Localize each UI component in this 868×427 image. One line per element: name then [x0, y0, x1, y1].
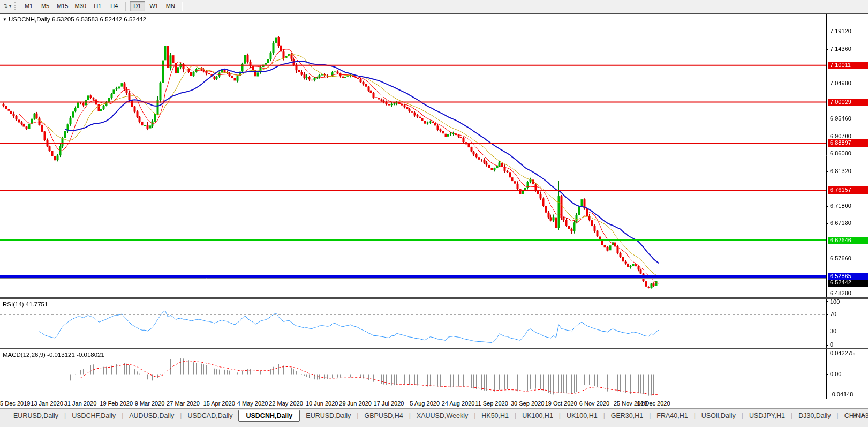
- chart-tab-ger30-h1[interactable]: GER30,H1: [605, 410, 649, 421]
- tab-scroll-left-icon[interactable]: ◄: [852, 410, 858, 420]
- macd-indicator-label: MACD(12,26,9) -0.013121 -0.018021: [3, 351, 104, 358]
- toolbar-separator: [125, 2, 126, 11]
- date-label: 13 Jan 2020: [31, 400, 63, 407]
- date-label: 29 Jun 2020: [339, 400, 372, 407]
- rsi-canvas[interactable]: [0, 299, 868, 348]
- timeframe-buttons: M1M5M15M30H1H4D1W1MN: [20, 1, 185, 11]
- toolbar-separator: [182, 2, 183, 11]
- chart-tab-dj30-daily[interactable]: DJ30,Daily: [792, 410, 836, 421]
- timeframe-button-M5[interactable]: M5: [37, 1, 53, 11]
- date-label: 19 Feb 2020: [100, 400, 133, 407]
- date-label: 10 Jun 2020: [306, 400, 338, 407]
- timeframe-toolbar: ↴ ▾ M1M5M15M30H1H4D1W1MN: [0, 0, 868, 12]
- main-chart-canvas[interactable]: [0, 14, 868, 297]
- macd-canvas[interactable]: [0, 349, 868, 399]
- window-bottom-strip: [0, 423, 868, 427]
- date-label: 25 Dec 2019: [0, 400, 30, 407]
- timeframe-button-D1[interactable]: D1: [130, 1, 145, 11]
- rsi-indicator-pane: RSI(14) 41.7751: [0, 298, 868, 349]
- chart-tab-gbpusd-h4[interactable]: GBPUSD,H4: [358, 410, 409, 421]
- toolbar-grip[interactable]: [14, 2, 17, 10]
- date-label: 5 Aug 2020: [410, 400, 440, 407]
- rsi-indicator-label: RSI(14) 41.7751: [3, 301, 48, 308]
- date-label: 15 Apr 2020: [203, 400, 235, 407]
- macd-indicator-pane: MACD(12,26,9) -0.013121 -0.018021: [0, 349, 868, 399]
- chart-tab-eurusd-daily[interactable]: EURUSD,Daily: [7, 410, 64, 421]
- tab-scroll-right-icon[interactable]: ►: [861, 410, 866, 420]
- timeframe-button-W1[interactable]: W1: [146, 1, 162, 11]
- chart-tab-bar: EURUSD,Daily|USDCHF,Daily|AUDUSD,Daily|U…: [0, 408, 868, 423]
- chart-tab-fra40-h1[interactable]: FRA40,H1: [651, 410, 693, 421]
- date-label: 17 Jul 2020: [374, 400, 404, 407]
- chart-ohlc-values: 6.53205 6.53583 6.52442 6.52442: [52, 16, 146, 23]
- date-label: 9 Mar 2020: [135, 400, 165, 407]
- date-label: 30 Sep 2020: [511, 400, 544, 407]
- chart-tool-icon[interactable]: ↴: [0, 1, 9, 11]
- tab-scroll-controls: ◄ ►: [852, 410, 866, 420]
- timeframe-button-H4[interactable]: H4: [107, 1, 122, 11]
- chevron-down-icon[interactable]: ▾: [9, 4, 13, 9]
- chart-symbol-period: USDCNH,Daily: [9, 16, 50, 23]
- timeframe-button-MN[interactable]: MN: [163, 1, 178, 11]
- date-label: 24 Aug 2020: [442, 400, 475, 407]
- chart-tab-xauusd-weekly[interactable]: XAUUSD,Weekly: [411, 410, 474, 421]
- date-label: 11 Sep 2020: [475, 400, 508, 407]
- date-label: 31 Jan 2020: [64, 400, 97, 407]
- chart-tab-uk100-h1[interactable]: UK100,H1: [561, 410, 603, 421]
- chart-tab-audusd-daily[interactable]: AUDUSD,Daily: [123, 410, 180, 421]
- chart-tab-usdchf-daily[interactable]: USDCHF,Daily: [66, 410, 122, 421]
- timeframe-button-H1[interactable]: H1: [90, 1, 105, 11]
- timeframe-button-M1[interactable]: M1: [21, 1, 36, 11]
- chart-tab-usoil-daily[interactable]: USOil,Daily: [696, 410, 742, 421]
- date-axis: 25 Dec 201913 Jan 202031 Jan 202019 Feb …: [0, 399, 868, 408]
- chart-tab-usdcad-daily[interactable]: USDCAD,Daily: [182, 410, 238, 421]
- date-label: 27 Mar 2020: [167, 400, 200, 407]
- date-label: 4 May 2020: [237, 400, 268, 407]
- date-label: 6 Nov 2020: [579, 400, 609, 407]
- date-label: 22 May 2020: [269, 400, 303, 407]
- timeframe-button-M15[interactable]: M15: [54, 1, 71, 11]
- date-label: 19 Oct 2020: [545, 400, 577, 407]
- chart-tab-hk50-h1[interactable]: HK50,H1: [475, 410, 515, 421]
- main-chart-pane: ▼USDCNH,Daily 6.53205 6.53583 6.52442 6.…: [0, 13, 868, 298]
- chart-title: ▼USDCNH,Daily 6.53205 6.53583 6.52442 6.…: [3, 16, 146, 23]
- chart-tab-usdjpy-h1[interactable]: USDJPY,H1: [743, 410, 791, 421]
- timeframe-button-M30[interactable]: M30: [72, 1, 88, 11]
- chart-tab-uk100-h1[interactable]: UK100,H1: [516, 410, 559, 421]
- collapse-arrow-icon[interactable]: ▼: [3, 17, 7, 22]
- chart-tab-usdcnh-daily[interactable]: USDCNH,Daily: [238, 410, 300, 422]
- chart-tab-eurusd-daily[interactable]: EURUSD,Daily: [300, 410, 357, 421]
- date-label: 14 Dec 2020: [637, 400, 670, 407]
